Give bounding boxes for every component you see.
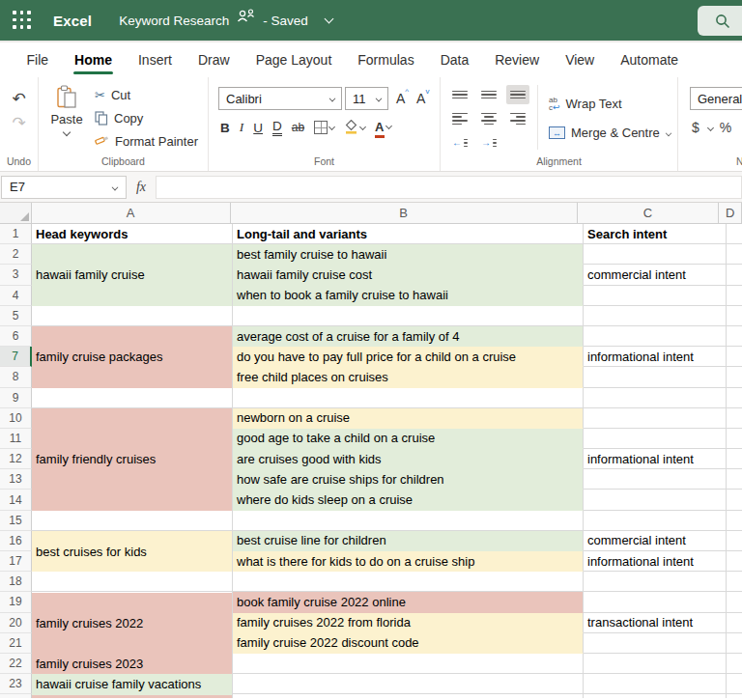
- cell-B21[interactable]: family cruise 2022 discount code: [233, 633, 584, 654]
- cell-D18[interactable]: [727, 572, 742, 592]
- wrap-text-button[interactable]: ab c↩ Wrap Text: [549, 97, 622, 111]
- number-format-select[interactable]: General: [690, 87, 742, 110]
- menu-tab-formulas[interactable]: Formulas: [345, 42, 427, 77]
- cell-D6[interactable]: [727, 326, 742, 347]
- menu-tab-view[interactable]: View: [553, 42, 608, 77]
- name-box[interactable]: E7: [1, 176, 127, 199]
- cell-D1[interactable]: [727, 224, 742, 244]
- row-header-2[interactable]: 2: [0, 244, 32, 265]
- cell-C7[interactable]: informational intent: [584, 347, 727, 367]
- menu-tab-automate[interactable]: Automate: [608, 42, 692, 77]
- align-bottom-icon[interactable]: [506, 85, 529, 104]
- cell-B18[interactable]: [233, 572, 584, 592]
- search-input[interactable]: [698, 6, 742, 36]
- cell-B2[interactable]: best family cruise to hawaii: [233, 244, 584, 265]
- cell-C18[interactable]: [584, 572, 727, 592]
- cell-B19[interactable]: book family cruise 2022 online: [233, 592, 584, 612]
- cell-B13[interactable]: how safe are cruise ships for children: [233, 469, 584, 490]
- row-header-17[interactable]: 17: [0, 551, 32, 572]
- cell-B3[interactable]: hawaii family cruise cost: [233, 265, 584, 285]
- cell-B11[interactable]: good age to take a child on a cruise: [233, 429, 584, 449]
- cell-D10[interactable]: [727, 408, 742, 429]
- cell-C12[interactable]: informational intent: [584, 449, 727, 469]
- cell-B24[interactable]: [233, 694, 584, 698]
- cell-D16[interactable]: [727, 531, 742, 551]
- double-underline-button[interactable]: D: [272, 120, 282, 136]
- row-header-22[interactable]: 22: [0, 654, 32, 674]
- cell-D5[interactable]: [727, 306, 742, 326]
- bold-button[interactable]: B: [220, 121, 230, 135]
- cell-D23[interactable]: [727, 674, 742, 694]
- cell-C23[interactable]: [584, 674, 727, 694]
- row-header-3[interactable]: 3: [0, 265, 32, 285]
- cell-B22[interactable]: [233, 654, 584, 674]
- menu-tab-data[interactable]: Data: [427, 42, 482, 77]
- cell-D4[interactable]: [727, 286, 742, 306]
- cell-C9[interactable]: [584, 388, 727, 408]
- document-title[interactable]: Keyword Research: [119, 14, 229, 28]
- cell-C14[interactable]: [584, 490, 727, 510]
- row-header-12[interactable]: 12: [0, 449, 32, 469]
- cell-B12[interactable]: are cruises good with kids: [233, 449, 584, 469]
- fill-color-button[interactable]: [344, 119, 365, 136]
- decrease-indent-icon[interactable]: ←: [448, 133, 471, 153]
- cell-B16[interactable]: best cruise line for children: [233, 531, 584, 551]
- cell-A18[interactable]: [32, 572, 233, 592]
- cell-C11[interactable]: [584, 429, 727, 449]
- font-name-select[interactable]: Calibri: [218, 87, 342, 110]
- cell-C22[interactable]: [584, 654, 727, 674]
- chevron-down-icon[interactable]: [324, 14, 333, 23]
- row-header-16[interactable]: 16: [0, 531, 32, 551]
- font-color-button[interactable]: A: [375, 118, 390, 138]
- cell-A10-A14[interactable]: family friendly cruises: [32, 408, 233, 511]
- cell-B23[interactable]: [233, 674, 584, 694]
- formula-input[interactable]: [156, 176, 742, 199]
- cell-A15[interactable]: [32, 511, 233, 531]
- column-header-A[interactable]: A: [32, 203, 231, 224]
- cell-C4[interactable]: [584, 286, 727, 306]
- cell-D2[interactable]: [727, 244, 742, 265]
- cell-C19[interactable]: [584, 592, 727, 612]
- undo-icon[interactable]: ↶: [12, 91, 25, 107]
- cell-B5[interactable]: [233, 306, 584, 326]
- cell-C13[interactable]: [584, 469, 727, 490]
- menu-tab-file[interactable]: File: [14, 42, 62, 77]
- cell-B10[interactable]: newborn on a cruise: [233, 408, 584, 429]
- cell-D20[interactable]: [727, 613, 742, 633]
- cell-B8[interactable]: free child places on cruises: [233, 367, 584, 387]
- cell-A5[interactable]: [32, 306, 233, 326]
- column-header-B[interactable]: B: [231, 203, 578, 224]
- row-header-15[interactable]: 15: [0, 511, 32, 531]
- cell-C2[interactable]: [584, 244, 727, 265]
- align-top-icon[interactable]: [448, 85, 471, 104]
- select-all-corner[interactable]: [0, 203, 32, 224]
- underline-button[interactable]: U: [253, 121, 263, 135]
- cell-A1[interactable]: Head keywords: [32, 224, 233, 244]
- menu-tab-page-layout[interactable]: Page Layout: [243, 42, 345, 77]
- format-painter-button[interactable]: Format Painter: [95, 132, 198, 150]
- cell-A16-A17[interactable]: best cruises for kids: [32, 531, 233, 572]
- cell-C17[interactable]: informational intent: [584, 551, 727, 572]
- cell-D24[interactable]: [727, 694, 742, 698]
- cell-C16[interactable]: commercial intent: [584, 531, 727, 551]
- menu-tab-draw[interactable]: Draw: [185, 42, 243, 77]
- cell-C6[interactable]: [584, 326, 727, 347]
- cell-A2-A4[interactable]: hawaii family cruise: [32, 244, 233, 306]
- cell-B15[interactable]: [233, 511, 584, 531]
- italic-button[interactable]: I: [240, 120, 244, 135]
- cell-B9[interactable]: [233, 388, 584, 408]
- cell-C5[interactable]: [584, 306, 727, 326]
- row-header-5[interactable]: 5: [0, 306, 32, 326]
- cell-D21[interactable]: [727, 633, 742, 654]
- redo-icon[interactable]: ↷: [12, 115, 25, 131]
- cell-B6[interactable]: average cost of a cruise for a family of…: [233, 326, 584, 347]
- menu-tab-home[interactable]: Home: [62, 42, 126, 77]
- row-header-11[interactable]: 11: [0, 429, 32, 449]
- grow-font-button[interactable]: A^: [396, 91, 409, 106]
- cell-C3[interactable]: commercial intent: [584, 265, 727, 285]
- row-header-14[interactable]: 14: [0, 490, 32, 510]
- cell-D14[interactable]: [727, 490, 742, 510]
- cell-C24[interactable]: [584, 694, 727, 698]
- cell-C20[interactable]: transactional intent: [584, 613, 727, 633]
- cell-C10[interactable]: [584, 408, 727, 429]
